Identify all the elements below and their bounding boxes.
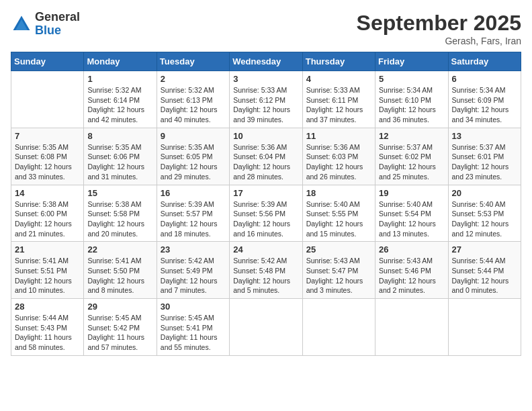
weekday-header-row: SundayMondayTuesdayWednesdayThursdayFrid… [11, 52, 521, 71]
weekday-header-friday: Friday [375, 52, 448, 71]
logo: General Blue [11, 11, 80, 38]
calendar-cell: 9Sunrise: 5:35 AM Sunset: 6:05 PM Daylig… [157, 128, 229, 185]
day-number: 23 [161, 244, 226, 255]
weekday-header-monday: Monday [84, 52, 157, 71]
calendar-table: SundayMondayTuesdayWednesdayThursdayFrid… [11, 52, 521, 356]
day-number: 15 [87, 188, 152, 198]
day-info: Sunrise: 5:42 AM Sunset: 5:48 PM Dayligh… [233, 256, 298, 295]
day-number: 1 [87, 74, 152, 84]
calendar-cell: 2Sunrise: 5:32 AM Sunset: 6:13 PM Daylig… [157, 71, 229, 128]
calendar-cell: 6Sunrise: 5:34 AM Sunset: 6:09 PM Daylig… [448, 71, 521, 128]
calendar-cell: 4Sunrise: 5:33 AM Sunset: 6:11 PM Daylig… [302, 71, 375, 128]
day-number: 19 [379, 188, 444, 198]
day-number: 25 [306, 244, 371, 255]
calendar-cell [375, 299, 448, 356]
calendar-cell: 27Sunrise: 5:44 AM Sunset: 5:44 PM Dayli… [448, 242, 521, 299]
calendar-cell: 12Sunrise: 5:37 AM Sunset: 6:02 PM Dayli… [375, 128, 448, 185]
day-number: 28 [15, 302, 80, 312]
day-number: 14 [15, 188, 80, 198]
month-title: September 2025 [357, 11, 521, 36]
calendar-week-3: 14Sunrise: 5:38 AM Sunset: 6:00 PM Dayli… [11, 185, 521, 242]
calendar-body: 1Sunrise: 5:32 AM Sunset: 6:14 PM Daylig… [11, 71, 521, 356]
weekday-header-wednesday: Wednesday [230, 52, 302, 71]
day-info: Sunrise: 5:37 AM Sunset: 6:02 PM Dayligh… [379, 142, 444, 182]
calendar-cell: 18Sunrise: 5:40 AM Sunset: 5:55 PM Dayli… [302, 185, 375, 242]
day-info: Sunrise: 5:42 AM Sunset: 5:49 PM Dayligh… [161, 256, 226, 295]
calendar-cell: 30Sunrise: 5:45 AM Sunset: 5:41 PM Dayli… [157, 299, 229, 356]
calendar-cell: 11Sunrise: 5:36 AM Sunset: 6:03 PM Dayli… [302, 128, 375, 185]
day-info: Sunrise: 5:40 AM Sunset: 5:53 PM Dayligh… [452, 199, 517, 239]
day-number: 10 [233, 131, 298, 141]
calendar-cell: 17Sunrise: 5:39 AM Sunset: 5:56 PM Dayli… [230, 185, 302, 242]
day-number: 9 [161, 131, 226, 141]
day-info: Sunrise: 5:40 AM Sunset: 5:54 PM Dayligh… [379, 199, 444, 239]
calendar-cell: 1Sunrise: 5:32 AM Sunset: 6:14 PM Daylig… [84, 71, 157, 128]
day-info: Sunrise: 5:39 AM Sunset: 5:57 PM Dayligh… [161, 199, 226, 239]
calendar-cell [11, 71, 84, 128]
day-info: Sunrise: 5:39 AM Sunset: 5:56 PM Dayligh… [233, 199, 298, 239]
day-info: Sunrise: 5:44 AM Sunset: 5:44 PM Dayligh… [452, 256, 517, 295]
calendar-cell: 15Sunrise: 5:38 AM Sunset: 5:58 PM Dayli… [84, 185, 157, 242]
day-number: 30 [161, 302, 226, 312]
calendar-cell: 24Sunrise: 5:42 AM Sunset: 5:48 PM Dayli… [230, 242, 302, 299]
weekday-header-saturday: Saturday [448, 52, 521, 71]
day-number: 21 [15, 244, 80, 255]
weekday-header-sunday: Sunday [11, 52, 84, 71]
calendar-cell: 10Sunrise: 5:36 AM Sunset: 6:04 PM Dayli… [230, 128, 302, 185]
day-info: Sunrise: 5:35 AM Sunset: 6:08 PM Dayligh… [15, 142, 80, 182]
day-info: Sunrise: 5:32 AM Sunset: 6:13 PM Dayligh… [161, 85, 226, 125]
calendar-week-2: 7Sunrise: 5:35 AM Sunset: 6:08 PM Daylig… [11, 128, 521, 185]
day-info: Sunrise: 5:32 AM Sunset: 6:14 PM Dayligh… [87, 85, 152, 125]
day-info: Sunrise: 5:43 AM Sunset: 5:47 PM Dayligh… [306, 256, 371, 295]
day-number: 12 [379, 131, 444, 141]
day-info: Sunrise: 5:33 AM Sunset: 6:11 PM Dayligh… [306, 85, 371, 125]
day-info: Sunrise: 5:34 AM Sunset: 6:09 PM Dayligh… [452, 85, 517, 125]
day-info: Sunrise: 5:40 AM Sunset: 5:55 PM Dayligh… [306, 199, 371, 239]
calendar-cell: 20Sunrise: 5:40 AM Sunset: 5:53 PM Dayli… [448, 185, 521, 242]
logo-icon [11, 13, 32, 35]
calendar-cell: 23Sunrise: 5:42 AM Sunset: 5:49 PM Dayli… [157, 242, 229, 299]
day-number: 20 [452, 188, 517, 198]
calendar-cell: 26Sunrise: 5:43 AM Sunset: 5:46 PM Dayli… [375, 242, 448, 299]
day-info: Sunrise: 5:35 AM Sunset: 6:05 PM Dayligh… [161, 142, 226, 182]
calendar-cell: 21Sunrise: 5:41 AM Sunset: 5:51 PM Dayli… [11, 242, 84, 299]
logo-blue: Blue [35, 24, 61, 37]
day-number: 26 [379, 244, 444, 255]
day-number: 27 [452, 244, 517, 255]
day-number: 18 [306, 188, 371, 198]
day-number: 6 [452, 74, 517, 84]
day-number: 22 [87, 244, 152, 255]
title-block: September 2025 Gerash, Fars, Iran [357, 11, 521, 46]
day-info: Sunrise: 5:33 AM Sunset: 6:12 PM Dayligh… [233, 85, 298, 125]
logo-general: General [35, 10, 80, 24]
day-number: 16 [161, 188, 226, 198]
calendar-cell [448, 299, 521, 356]
logo-text: General Blue [35, 11, 80, 38]
day-info: Sunrise: 5:34 AM Sunset: 6:10 PM Dayligh… [379, 85, 444, 125]
day-info: Sunrise: 5:37 AM Sunset: 6:01 PM Dayligh… [452, 142, 517, 182]
location-subtitle: Gerash, Fars, Iran [357, 36, 521, 46]
calendar-cell: 13Sunrise: 5:37 AM Sunset: 6:01 PM Dayli… [448, 128, 521, 185]
calendar-cell: 25Sunrise: 5:43 AM Sunset: 5:47 PM Dayli… [302, 242, 375, 299]
day-info: Sunrise: 5:45 AM Sunset: 5:41 PM Dayligh… [161, 313, 226, 353]
day-number: 3 [233, 74, 298, 84]
day-info: Sunrise: 5:43 AM Sunset: 5:46 PM Dayligh… [379, 256, 444, 295]
day-number: 17 [233, 188, 298, 198]
calendar-cell: 7Sunrise: 5:35 AM Sunset: 6:08 PM Daylig… [11, 128, 84, 185]
weekday-header-thursday: Thursday [302, 52, 375, 71]
day-number: 5 [379, 74, 444, 84]
calendar-cell: 8Sunrise: 5:35 AM Sunset: 6:06 PM Daylig… [84, 128, 157, 185]
calendar-cell: 14Sunrise: 5:38 AM Sunset: 6:00 PM Dayli… [11, 185, 84, 242]
day-info: Sunrise: 5:44 AM Sunset: 5:43 PM Dayligh… [15, 313, 80, 353]
day-number: 4 [306, 74, 371, 84]
calendar-cell: 29Sunrise: 5:45 AM Sunset: 5:42 PM Dayli… [84, 299, 157, 356]
calendar-cell: 16Sunrise: 5:39 AM Sunset: 5:57 PM Dayli… [157, 185, 229, 242]
day-info: Sunrise: 5:36 AM Sunset: 6:03 PM Dayligh… [306, 142, 371, 182]
day-number: 13 [452, 131, 517, 141]
day-info: Sunrise: 5:45 AM Sunset: 5:42 PM Dayligh… [87, 313, 152, 353]
page-header: General Blue September 2025 Gerash, Fars… [11, 11, 521, 46]
calendar-cell [230, 299, 302, 356]
day-info: Sunrise: 5:38 AM Sunset: 5:58 PM Dayligh… [87, 199, 152, 239]
day-info: Sunrise: 5:41 AM Sunset: 5:51 PM Dayligh… [15, 256, 80, 295]
calendar-week-4: 21Sunrise: 5:41 AM Sunset: 5:51 PM Dayli… [11, 242, 521, 299]
